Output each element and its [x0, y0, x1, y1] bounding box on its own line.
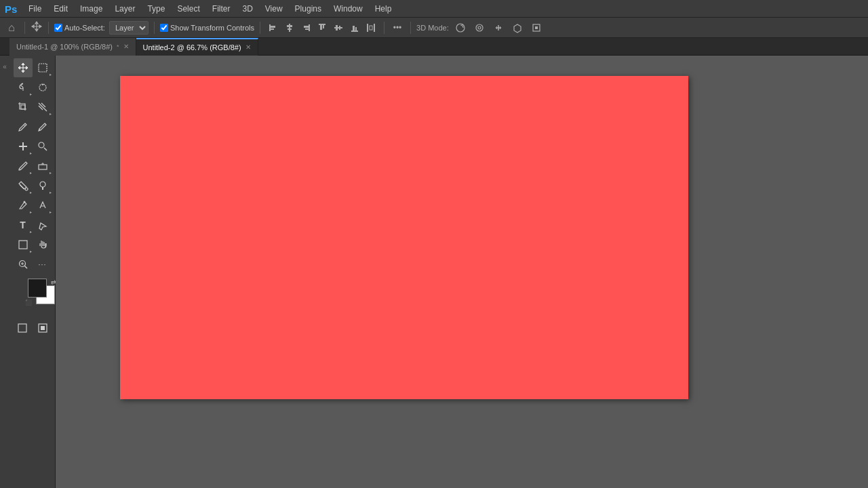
align-vertical-centers-button[interactable]	[331, 20, 346, 35]
direct-selection-button[interactable]	[33, 216, 52, 235]
tool-group-shape: ▸	[14, 235, 52, 254]
svg-rect-42	[41, 326, 45, 330]
slice-tool-button[interactable]: ▸	[33, 98, 52, 117]
menu-layer[interactable]: Layer	[109, 0, 140, 18]
toolbar-collapse-button[interactable]: «	[0, 60, 9, 73]
brush-tool-button[interactable]: ▸	[14, 157, 33, 176]
align-horizontal-centers-button[interactable]	[282, 20, 297, 35]
svg-rect-16	[351, 30, 358, 32]
show-transform-label[interactable]: Show Transform Controls	[160, 24, 254, 32]
more-options-button[interactable]: •••	[390, 20, 405, 35]
type-tool-button[interactable]: T ▸	[14, 216, 33, 235]
align-top-edges-button[interactable]	[315, 20, 330, 35]
svg-rect-15	[339, 26, 340, 30]
svg-point-32	[39, 142, 44, 148]
divider-5	[384, 22, 384, 34]
lasso-tool-button[interactable]: ▸	[14, 78, 33, 97]
tab-untitled-2[interactable]: Untitled-2 @ 66.7% (RGB/8#) ✕	[136, 38, 258, 56]
eraser-tool-button[interactable]: ▸	[33, 157, 52, 176]
hand-tool-button[interactable]	[33, 235, 52, 254]
svg-rect-2	[271, 26, 275, 28]
3d-rotate-button[interactable]	[453, 20, 468, 35]
svg-rect-10	[319, 24, 326, 25]
crop-tool-button[interactable]	[14, 98, 33, 117]
clone-tool-button[interactable]	[33, 137, 52, 156]
ps-logo: Ps	[3, 1, 19, 17]
menu-window[interactable]: Window	[328, 0, 368, 18]
foreground-color-swatch[interactable]	[28, 279, 47, 298]
tab-untitled-1[interactable]: Untitled-1 @ 100% (RGB/8#) * ✕	[9, 38, 136, 56]
svg-rect-27	[39, 64, 47, 72]
menu-plugins[interactable]: Plugins	[290, 0, 327, 18]
show-transform-checkbox[interactable]	[160, 24, 168, 32]
more-tools-button[interactable]: ···	[33, 255, 52, 274]
divider-4	[260, 22, 260, 34]
pen-tool-button[interactable]: ▸	[14, 196, 33, 215]
canvas-document	[120, 76, 688, 399]
distribute-button[interactable]	[363, 20, 378, 35]
polygonal-lasso-button[interactable]	[33, 78, 52, 97]
svg-point-34	[25, 188, 28, 190]
menu-type[interactable]: Type	[142, 0, 170, 18]
color-sampler-button[interactable]	[33, 117, 52, 136]
content-area: « ▸ ▸	[0, 56, 868, 488]
layer-select[interactable]: Layer	[109, 21, 149, 35]
menu-image[interactable]: Image	[75, 0, 108, 18]
align-left-edges-button[interactable]	[266, 20, 281, 35]
menu-3d[interactable]: 3D	[237, 0, 258, 18]
screen-mode-2-button[interactable]	[33, 319, 52, 338]
svg-rect-6	[288, 28, 292, 30]
canvas-area	[56, 56, 868, 488]
move-tool-button[interactable]	[14, 58, 33, 77]
svg-rect-8	[304, 26, 309, 28]
svg-point-35	[40, 182, 45, 187]
tool-group-lasso: ▸	[14, 78, 52, 97]
svg-rect-19	[367, 24, 368, 32]
reset-colors-button[interactable]: ⬛	[25, 300, 32, 306]
paint-bucket-tool-button[interactable]: ▸	[14, 176, 33, 195]
shape-tool-button[interactable]: ▸	[14, 235, 33, 254]
menu-edit[interactable]: Edit	[48, 0, 73, 18]
align-group	[266, 20, 378, 35]
3d-pan-button[interactable]	[491, 20, 506, 35]
menu-file[interactable]: File	[23, 0, 47, 18]
svg-point-23	[476, 24, 483, 31]
menu-filter[interactable]: Filter	[207, 0, 236, 18]
3d-slide-button[interactable]	[510, 20, 525, 35]
tool-group-crop: ▸	[14, 98, 52, 117]
align-right-edges-button[interactable]	[298, 20, 313, 35]
auto-select-label[interactable]: Auto-Select:	[54, 24, 105, 32]
home-button[interactable]: ⌂	[4, 20, 19, 35]
menu-bar: Ps File Edit Image Layer Type Select Fil…	[0, 0, 868, 18]
menu-select[interactable]: Select	[172, 0, 205, 18]
tab2-close-button[interactable]: ✕	[245, 44, 251, 51]
menu-view[interactable]: View	[260, 0, 288, 18]
screen-mode-button[interactable]	[13, 319, 32, 338]
svg-rect-1	[269, 24, 271, 31]
svg-rect-3	[271, 28, 274, 30]
tool-group-zoom: ···	[14, 255, 52, 274]
3d-roll-button[interactable]	[472, 20, 487, 35]
dodge-tool-button[interactable]: ▸	[33, 176, 52, 195]
path-selection-button[interactable]: ▸	[33, 196, 52, 215]
svg-rect-17	[353, 26, 355, 30]
svg-rect-12	[323, 25, 324, 28]
svg-line-39	[24, 266, 27, 269]
zoom-tool-button[interactable]	[14, 255, 33, 274]
divider-6	[410, 22, 411, 34]
svg-rect-5	[287, 25, 292, 27]
svg-text:Ps: Ps	[5, 3, 17, 15]
svg-rect-33	[39, 165, 47, 169]
align-bottom-edges-button[interactable]	[347, 20, 362, 35]
tool-group-healing: ▸	[14, 137, 52, 156]
tab1-close-button[interactable]: ✕	[123, 43, 129, 50]
svg-rect-40	[18, 324, 26, 332]
marquee-tool-button[interactable]: ▸	[33, 58, 52, 77]
svg-point-24	[478, 26, 481, 29]
svg-rect-18	[355, 27, 357, 30]
healing-tool-button[interactable]: ▸	[14, 137, 33, 156]
3d-scale-button[interactable]	[529, 20, 544, 35]
auto-select-checkbox[interactable]	[54, 24, 62, 32]
eyedropper-tool-button[interactable]	[14, 117, 33, 136]
menu-help[interactable]: Help	[370, 0, 397, 18]
